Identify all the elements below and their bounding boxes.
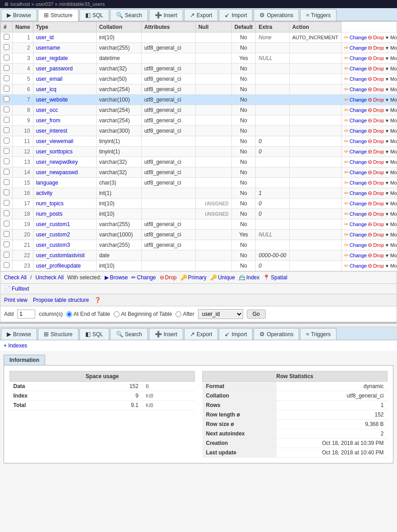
row-checkbox[interactable] [4, 34, 9, 40]
tab-operations2[interactable]: ⚙Operations [254, 328, 299, 340]
col-name-cell[interactable]: user_website [33, 95, 96, 105]
col-name-cell[interactable]: user_sorttopics [33, 147, 96, 157]
row-checkbox[interactable] [4, 200, 9, 206]
more-link[interactable]: More [390, 35, 397, 40]
tab-sql2[interactable]: ◧SQL [79, 328, 109, 340]
drop-link[interactable]: Drop [373, 56, 384, 61]
more-link[interactable]: More [390, 149, 397, 154]
more-link[interactable]: More [390, 159, 397, 165]
dropdown-arrow-icon[interactable]: ▼ [385, 232, 389, 237]
drop-link[interactable]: Drop [373, 35, 384, 40]
change-link[interactable]: Change [350, 170, 367, 175]
drop-link[interactable]: Drop [373, 118, 384, 123]
spatial-action-btn[interactable]: 📍 Spatial [263, 274, 287, 281]
row-checkbox[interactable] [4, 44, 9, 50]
row-checkbox[interactable] [4, 96, 9, 102]
row-checkbox[interactable] [4, 117, 9, 123]
row-checkbox[interactable] [4, 55, 9, 60]
dropdown-arrow-icon[interactable]: ▼ [385, 243, 389, 248]
tab-insert[interactable]: ➕Insert [149, 9, 183, 21]
change-link[interactable]: Change [350, 97, 367, 102]
beginning-of-table-radio[interactable] [114, 311, 120, 317]
change-link[interactable]: Change [350, 263, 367, 268]
tab-operations[interactable]: ⚙Operations [254, 9, 299, 21]
dropdown-arrow-icon[interactable]: ▼ [385, 222, 389, 227]
more-link[interactable]: More [390, 253, 397, 258]
dropdown-arrow-icon[interactable]: ▼ [385, 35, 389, 40]
col-name-cell[interactable]: num_topics [33, 199, 96, 209]
row-checkbox[interactable] [4, 127, 9, 133]
dropdown-arrow-icon[interactable]: ▼ [385, 108, 389, 113]
row-checkbox[interactable] [4, 158, 9, 164]
change-link[interactable]: Change [350, 118, 367, 123]
row-checkbox[interactable] [4, 106, 9, 112]
tab-export2[interactable]: ↗Export [184, 328, 218, 340]
change-link[interactable]: Change [350, 180, 367, 185]
dropdown-arrow-icon[interactable]: ▼ [385, 160, 389, 165]
row-checkbox[interactable] [4, 252, 9, 258]
row-checkbox[interactable] [4, 169, 9, 175]
drop-link[interactable]: Drop [373, 45, 384, 51]
row-checkbox[interactable] [4, 148, 9, 154]
tab-search[interactable]: 🔍Search [110, 9, 148, 21]
more-link[interactable]: More [390, 107, 397, 113]
after-radio[interactable] [175, 311, 181, 317]
drop-link[interactable]: Drop [373, 211, 384, 217]
tab-insert2[interactable]: ➕Insert [149, 328, 183, 340]
after-column-select[interactable]: user_id [198, 309, 243, 319]
more-link[interactable]: More [390, 222, 397, 227]
drop-link[interactable]: Drop [373, 97, 384, 102]
col-name-cell[interactable]: username [33, 43, 96, 53]
dropdown-arrow-icon[interactable]: ▼ [385, 97, 389, 102]
change-link[interactable]: Change [350, 201, 367, 206]
col-name-cell[interactable]: user_newpasswd [33, 167, 96, 178]
more-link[interactable]: More [390, 170, 397, 175]
more-link[interactable]: More [390, 56, 397, 61]
indexes-link[interactable]: + Indexes [4, 342, 27, 349]
row-checkbox[interactable] [4, 179, 9, 185]
col-name-cell[interactable]: user_newpwdkey [33, 157, 96, 167]
change-link[interactable]: Change [350, 107, 367, 113]
drop-link[interactable]: Drop [373, 263, 384, 268]
change-link[interactable]: Change [350, 149, 367, 154]
col-name-cell[interactable]: user_interest [33, 126, 96, 136]
more-link[interactable]: More [390, 211, 397, 217]
row-checkbox[interactable] [4, 138, 9, 143]
change-link[interactable]: Change [350, 159, 367, 165]
drop-link[interactable]: Drop [373, 180, 384, 185]
change-link[interactable]: Change [350, 45, 367, 51]
col-name-cell[interactable]: user_custom3 [33, 240, 96, 250]
dropdown-arrow-icon[interactable]: ▼ [385, 139, 389, 144]
change-link[interactable]: Change [350, 128, 367, 134]
row-checkbox[interactable] [4, 262, 9, 268]
tab-import2[interactable]: ↙Import [219, 328, 253, 340]
more-link[interactable]: More [390, 97, 397, 102]
row-checkbox[interactable] [4, 190, 9, 195]
tab-browse[interactable]: ▶Browse [1, 9, 37, 21]
dropdown-arrow-icon[interactable]: ▼ [385, 118, 389, 123]
print-view-link[interactable]: Print view [4, 297, 28, 303]
dropdown-arrow-icon[interactable]: ▼ [385, 87, 389, 92]
more-link[interactable]: More [390, 128, 397, 134]
drop-action-btn[interactable]: ⊖ Drop [160, 274, 177, 281]
tab-triggers[interactable]: ≈Triggers [300, 9, 337, 21]
change-link[interactable]: Change [350, 56, 367, 61]
more-link[interactable]: More [390, 87, 397, 92]
tab-browse2[interactable]: ▶Browse [1, 328, 37, 340]
change-link[interactable]: Change [350, 66, 367, 71]
dropdown-arrow-icon[interactable]: ▼ [385, 77, 389, 82]
row-checkbox[interactable] [4, 231, 9, 237]
row-checkbox[interactable] [4, 86, 9, 92]
drop-link[interactable]: Drop [373, 222, 384, 227]
change-link[interactable]: Change [350, 76, 367, 82]
col-name-cell[interactable]: user_id [33, 32, 96, 43]
drop-link[interactable]: Drop [373, 170, 384, 175]
col-name-cell[interactable]: user_from [33, 116, 96, 126]
dropdown-arrow-icon[interactable]: ▼ [385, 170, 389, 175]
information-tab[interactable]: Information [4, 355, 45, 365]
browse-action-btn[interactable]: ▶ Browse [105, 274, 128, 281]
col-name-cell[interactable]: user_viewemail [33, 136, 96, 147]
unique-action-btn[interactable]: 🔑 Unique [210, 274, 235, 281]
drop-link[interactable]: Drop [373, 149, 384, 154]
dropdown-arrow-icon[interactable]: ▼ [385, 66, 389, 71]
